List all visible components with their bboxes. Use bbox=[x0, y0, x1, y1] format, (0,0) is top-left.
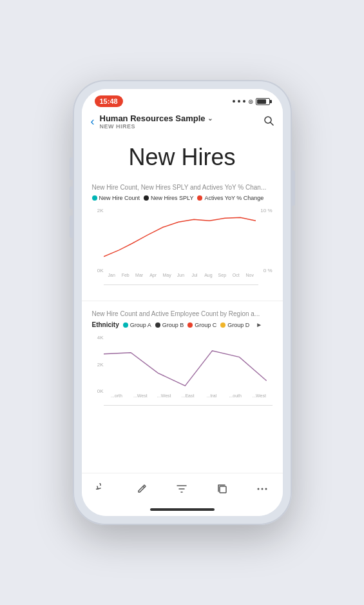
stacked-x-label-1: ...West bbox=[128, 393, 152, 405]
x-label-6: Jul bbox=[187, 273, 201, 284]
stacked-x-label-5: ...outh bbox=[224, 393, 247, 405]
stacked-y-4k: 4K bbox=[92, 335, 104, 341]
status-icons: ⊛ bbox=[233, 98, 270, 105]
stacked-x-labels: ...orth...West...West...East...tral...ou… bbox=[104, 393, 273, 405]
home-indicator bbox=[82, 503, 283, 516]
chart1-legend: New Hire Count New Hires SPLY Actives Yo… bbox=[92, 195, 273, 201]
stacked-x-label-2: ...West bbox=[152, 393, 176, 405]
legend-dot-1 bbox=[144, 195, 149, 201]
x-label-9: Oct bbox=[229, 273, 243, 284]
nav-title-text: Human Resources Sample bbox=[100, 114, 206, 123]
y-label-0pct: 0 % bbox=[258, 268, 273, 273]
nav-chevron-icon: ⌄ bbox=[207, 115, 213, 122]
x-label-0: Jan bbox=[105, 273, 119, 284]
undo-button[interactable] bbox=[90, 480, 113, 498]
eth-legend-0: Group A bbox=[123, 322, 151, 328]
legend-item-1: New Hires SPLY bbox=[144, 195, 193, 201]
status-time: 15:48 bbox=[95, 95, 123, 107]
y-label-0k: 0K bbox=[92, 268, 104, 273]
x-labels: JanFebMarAprMayJunJulAugSepOctNov bbox=[104, 273, 258, 284]
eth-dot-2 bbox=[187, 322, 193, 328]
legend-dot-2 bbox=[197, 195, 202, 201]
eth-label-0: Group A bbox=[130, 322, 151, 328]
signal-icon bbox=[233, 100, 235, 103]
stacked-y-2k: 2K bbox=[92, 362, 104, 368]
stacked-x-label-4: ...tral bbox=[200, 393, 224, 405]
svg-point-5 bbox=[265, 488, 267, 490]
signal-icon2 bbox=[238, 100, 240, 103]
signal-icon3 bbox=[243, 100, 245, 103]
search-button[interactable] bbox=[263, 115, 274, 128]
eth-label-1: Group B bbox=[162, 322, 184, 328]
page-title: New Hires bbox=[82, 134, 283, 184]
chart2-section: New Hire Count and Active Employee Count… bbox=[82, 301, 283, 412]
phone-frame: 15:48 ⊛ ‹ Human Resources Sample ⌄ NEW H… bbox=[73, 80, 292, 525]
y-label-2k: 2K bbox=[92, 208, 104, 213]
y-axis-left: 2K 0K bbox=[92, 208, 104, 285]
svg-rect-2 bbox=[220, 486, 226, 493]
eth-dot-3 bbox=[220, 322, 225, 328]
legend-item-2: Actives YoY % Change bbox=[197, 195, 263, 201]
x-label-5: Jun bbox=[174, 273, 187, 284]
y-axis-right: 10 % 0 % bbox=[258, 208, 273, 285]
stacked-y-axis: 4K 2K 0K bbox=[92, 335, 104, 406]
status-bar: 15:48 ⊛ bbox=[82, 89, 283, 111]
x-label-10: Nov bbox=[243, 273, 256, 284]
home-bar bbox=[150, 508, 215, 511]
y-label-10pct: 10 % bbox=[258, 208, 273, 213]
ethnicity-label: Ethnicity bbox=[92, 321, 119, 328]
x-label-8: Sep bbox=[215, 273, 229, 284]
chart1-title: New Hire Count, New Hires SPLY and Activ… bbox=[92, 184, 273, 191]
copy-button[interactable] bbox=[211, 480, 234, 498]
svg-point-4 bbox=[262, 488, 263, 490]
battery-icon bbox=[256, 98, 270, 105]
stacked-x-label-0: ...orth bbox=[105, 393, 129, 405]
nav-title-block: Human Resources Sample ⌄ NEW HIRES bbox=[100, 114, 263, 130]
stacked-bars-inner bbox=[104, 335, 273, 393]
stacked-x-label-3: ...East bbox=[176, 393, 200, 405]
eth-label-3: Group D bbox=[227, 322, 249, 328]
legend-dot-0 bbox=[92, 195, 97, 201]
stacked-y-0k: 0K bbox=[92, 388, 104, 394]
legend-item-0: New Hire Count bbox=[92, 195, 140, 201]
back-button[interactable]: ‹ bbox=[91, 115, 95, 128]
svg-point-3 bbox=[258, 488, 260, 490]
more-button[interactable] bbox=[251, 480, 274, 498]
x-label-4: May bbox=[160, 273, 173, 284]
legend-label-0: New Hire Count bbox=[99, 195, 140, 201]
eth-dot-0 bbox=[123, 322, 128, 328]
eth-legend-1: Group B bbox=[155, 322, 184, 328]
chart2-title: New Hire Count and Active Employee Count… bbox=[92, 310, 273, 317]
x-label-2: Mar bbox=[132, 273, 146, 284]
page-content: New Hires New Hire Count, New Hires SPLY… bbox=[82, 134, 283, 473]
legend-label-1: New Hires SPLY bbox=[151, 195, 193, 201]
eth-legend-2: Group C bbox=[187, 322, 216, 328]
bars-inner bbox=[104, 208, 258, 273]
x-label-7: Aug bbox=[202, 273, 215, 284]
bars-wrapper: JanFebMarAprMayJunJulAugSepOctNov bbox=[104, 208, 258, 285]
chart1-area: 2K 0K JanFebMarAprMayJunJulAugSepOctNov bbox=[92, 208, 273, 285]
stacked-x-label-6: ...West bbox=[247, 393, 271, 405]
bottom-toolbar bbox=[82, 473, 283, 503]
x-label-1: Feb bbox=[119, 273, 132, 284]
wifi-icon: ⊛ bbox=[248, 98, 253, 105]
nav-title: Human Resources Sample ⌄ bbox=[100, 114, 263, 123]
legend-chevron-icon[interactable]: ► bbox=[256, 321, 262, 328]
nav-subtitle: NEW HIRES bbox=[100, 123, 263, 130]
ethnicity-legend: Ethnicity Group A Group B Group C bbox=[92, 321, 273, 328]
chart1-container: 2K 0K JanFebMarAprMayJunJulAugSepOctNov bbox=[92, 208, 273, 285]
eth-legend-3: Group D bbox=[220, 322, 249, 328]
stacked-bars-wrapper: ...orth...West...West...East...tral...ou… bbox=[104, 335, 273, 406]
x-label-3: Apr bbox=[146, 273, 160, 284]
eth-dot-1 bbox=[155, 322, 160, 328]
nav-bar: ‹ Human Resources Sample ⌄ NEW HIRES bbox=[82, 111, 283, 134]
phone-screen: 15:48 ⊛ ‹ Human Resources Sample ⌄ NEW H… bbox=[82, 89, 283, 516]
eth-label-2: Group C bbox=[195, 322, 216, 328]
svg-line-1 bbox=[271, 123, 273, 125]
filter-button[interactable] bbox=[170, 480, 193, 498]
legend-label-2: Actives YoY % Change bbox=[204, 195, 263, 201]
pen-button[interactable] bbox=[130, 480, 153, 498]
chart1-section: New Hire Count, New Hires SPLY and Activ… bbox=[82, 184, 283, 301]
stacked-chart-area: 4K 2K 0K ...orth...West...West...East...… bbox=[92, 335, 273, 406]
